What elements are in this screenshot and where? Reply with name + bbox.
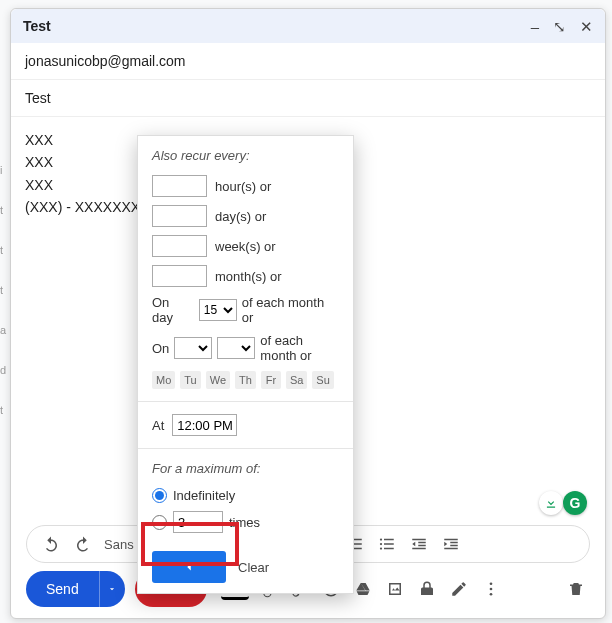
download-badge-icon[interactable] bbox=[539, 491, 563, 515]
months-input[interactable] bbox=[152, 265, 207, 287]
title-bar: Test – ⤡ ✕ bbox=[11, 9, 605, 43]
on-ordinal-select[interactable] bbox=[174, 337, 212, 359]
image-icon[interactable] bbox=[381, 575, 409, 603]
svg-point-6 bbox=[489, 582, 492, 585]
indefinitely-row[interactable]: Indefinitely bbox=[152, 488, 339, 503]
at-time-input[interactable] bbox=[172, 414, 237, 436]
indefinitely-radio[interactable] bbox=[152, 488, 167, 503]
days-input[interactable] bbox=[152, 205, 207, 227]
fullscreen-icon[interactable]: ⤡ bbox=[553, 19, 566, 34]
months-label: month(s) or bbox=[215, 269, 281, 284]
day-badges: Mo Tu We Th Fr Sa Su bbox=[152, 371, 339, 389]
times-radio[interactable] bbox=[152, 515, 167, 530]
hours-input[interactable] bbox=[152, 175, 207, 197]
subject-field[interactable]: Test bbox=[11, 80, 605, 117]
on-day-label-post: of each month or bbox=[242, 295, 339, 325]
weeks-label: week(s) or bbox=[215, 239, 276, 254]
send-options-dropdown[interactable] bbox=[99, 571, 125, 607]
pen-icon[interactable] bbox=[445, 575, 473, 603]
window-title: Test bbox=[23, 18, 531, 34]
at-label: At bbox=[152, 418, 164, 433]
back-button[interactable] bbox=[152, 551, 226, 583]
times-label: times bbox=[229, 515, 260, 530]
day-th[interactable]: Th bbox=[235, 371, 256, 389]
redo-icon[interactable] bbox=[69, 530, 97, 558]
indent-increase-icon[interactable] bbox=[437, 530, 465, 558]
svg-point-0 bbox=[380, 538, 382, 540]
max-title: For a maximum of: bbox=[152, 461, 339, 476]
on-weekday-label-post: of each month or bbox=[260, 333, 339, 363]
trash-icon[interactable] bbox=[562, 575, 590, 603]
scheduler-panel: Also recur every: hour(s) or day(s) or w… bbox=[137, 135, 354, 594]
days-label: day(s) or bbox=[215, 209, 266, 224]
chevron-left-icon bbox=[182, 560, 196, 574]
hours-label: hour(s) or bbox=[215, 179, 271, 194]
times-row[interactable]: times bbox=[152, 511, 339, 533]
day-fr[interactable]: Fr bbox=[261, 371, 281, 389]
day-tu[interactable]: Tu bbox=[180, 371, 200, 389]
close-icon[interactable]: ✕ bbox=[580, 19, 593, 34]
svg-point-8 bbox=[489, 593, 492, 596]
undo-icon[interactable] bbox=[37, 530, 65, 558]
indefinitely-label: Indefinitely bbox=[173, 488, 235, 503]
confidential-icon[interactable] bbox=[413, 575, 441, 603]
clear-button[interactable]: Clear bbox=[238, 560, 269, 575]
grammarly-badge-icon[interactable]: G bbox=[563, 491, 587, 515]
to-field[interactable]: jonasunicobp@gmail.com bbox=[11, 43, 605, 80]
svg-point-1 bbox=[380, 543, 382, 545]
minimize-icon[interactable]: – bbox=[531, 19, 539, 34]
indent-decrease-icon[interactable] bbox=[405, 530, 433, 558]
day-we[interactable]: We bbox=[206, 371, 230, 389]
more-icon[interactable] bbox=[477, 575, 505, 603]
on-weekday-label: On bbox=[152, 341, 169, 356]
panel-footer: Clear bbox=[138, 545, 353, 593]
day-sa[interactable]: Sa bbox=[286, 371, 307, 389]
extension-badges: G bbox=[539, 491, 587, 515]
day-mo[interactable]: Mo bbox=[152, 371, 175, 389]
svg-point-2 bbox=[380, 547, 382, 549]
recur-title: Also recur every: bbox=[152, 148, 339, 163]
bulleted-list-icon[interactable] bbox=[373, 530, 401, 558]
times-input[interactable] bbox=[173, 511, 223, 533]
day-su[interactable]: Su bbox=[312, 371, 333, 389]
on-weekday-select[interactable] bbox=[217, 337, 255, 359]
on-day-label-pre: On day bbox=[152, 295, 194, 325]
font-selector[interactable]: Sans bbox=[101, 537, 137, 552]
send-split-button: Send bbox=[26, 571, 125, 607]
send-button[interactable]: Send bbox=[26, 571, 99, 607]
svg-point-7 bbox=[489, 588, 492, 591]
weeks-input[interactable] bbox=[152, 235, 207, 257]
window-controls: – ⤡ ✕ bbox=[531, 19, 593, 34]
on-day-select[interactable]: 15 bbox=[199, 299, 237, 321]
